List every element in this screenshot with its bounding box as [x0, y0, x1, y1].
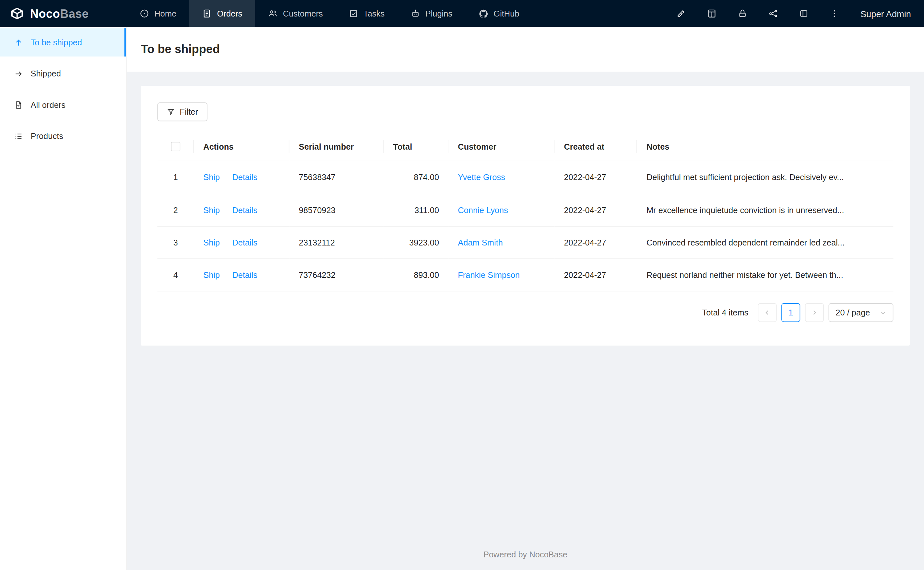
column-header-serial-number: Serial number	[289, 132, 384, 161]
created-cell: 2022-04-27	[554, 259, 637, 291]
select-all-checkbox[interactable]	[171, 142, 180, 152]
created-cell: 2022-04-27	[554, 161, 637, 194]
details-link[interactable]: Details	[232, 238, 257, 247]
table-row: 2 ShipDetails 98570923 311.00 Connie Lyo…	[157, 194, 893, 227]
orders-table: Actions Serial number Total Customer Cre…	[157, 132, 893, 291]
orders-card: Filter Actions	[141, 86, 910, 346]
ship-link[interactable]: Ship	[203, 173, 220, 182]
customer-link[interactable]: Connie Lyons	[458, 205, 508, 215]
filter-button-label: Filter	[180, 107, 198, 116]
total-cell: 874.00	[384, 161, 448, 194]
list-icon	[14, 132, 23, 140]
brand-name-light: Base	[60, 7, 89, 20]
tasks-icon	[349, 9, 358, 18]
action-divider	[226, 272, 226, 280]
sidebar-item-label: Shipped	[31, 69, 61, 78]
total-cell: 311.00	[384, 194, 448, 227]
topbar-actions: Super Admin	[676, 0, 924, 27]
nav-item-tasks[interactable]: Tasks	[336, 0, 397, 27]
main-nav: Home Orders Customers Tasks	[127, 0, 532, 27]
ship-link[interactable]: Ship	[203, 205, 220, 215]
table-row: 3 ShipDetails 23132112 3923.00 Adam Smit…	[157, 227, 893, 259]
action-divider	[226, 239, 226, 247]
pagination-page-1[interactable]: 1	[781, 303, 800, 322]
main-area: To be shipped Filter	[127, 27, 924, 570]
table-header: Actions Serial number Total Customer Cre…	[157, 132, 893, 161]
pagination-next-button[interactable]	[805, 303, 824, 322]
nav-item-plugins[interactable]: Plugins	[397, 0, 465, 27]
more-icon[interactable]	[830, 9, 839, 18]
customer-link[interactable]: Yvette Gross	[458, 173, 505, 182]
nav-label: Orders	[217, 9, 243, 18]
plugins-icon	[410, 9, 420, 18]
nav-label: Home	[154, 9, 176, 18]
orders-icon	[202, 9, 212, 18]
actions-cell: ShipDetails	[194, 194, 289, 227]
header-checkbox-cell	[157, 132, 194, 161]
total-cell: 893.00	[384, 259, 448, 291]
home-icon	[140, 9, 149, 18]
nav-item-customers[interactable]: Customers	[255, 0, 335, 27]
table-row: 4 ShipDetails 73764232 893.00 Frankie Si…	[157, 259, 893, 291]
brand-name: NocoBase	[30, 7, 89, 20]
customer-cell-wrap: Adam Smith	[448, 227, 554, 259]
api-graph-icon[interactable]	[769, 9, 778, 18]
column-header-total: Total	[384, 132, 448, 161]
created-cell: 2022-04-27	[554, 227, 637, 259]
customers-icon	[268, 9, 278, 18]
page-size-value: 20 / page	[835, 308, 870, 317]
created-cell: 2022-04-27	[554, 194, 637, 227]
pagination-prev-button[interactable]	[758, 303, 776, 322]
serial-cell: 73764232	[289, 259, 384, 291]
pagination-total: Total 4 items	[702, 308, 749, 317]
collections-icon[interactable]	[707, 9, 716, 18]
column-header-notes: Notes	[637, 132, 893, 161]
content-area: Filter Actions	[127, 72, 924, 570]
arrow-up-icon	[14, 38, 23, 47]
nav-label: Plugins	[425, 9, 452, 18]
nav-item-orders[interactable]: Orders	[189, 0, 255, 27]
ship-link[interactable]: Ship	[203, 238, 220, 247]
serial-cell: 75638347	[289, 161, 384, 194]
details-link[interactable]: Details	[232, 270, 257, 280]
ship-link[interactable]: Ship	[203, 270, 220, 280]
highlighter-icon[interactable]	[676, 9, 686, 18]
row-index: 3	[157, 227, 194, 259]
github-icon	[478, 8, 488, 18]
details-link[interactable]: Details	[232, 173, 257, 182]
sidebar-item-products[interactable]: Products	[0, 122, 126, 150]
topbar: NocoBase Home Orders Customers	[0, 0, 924, 27]
nav-item-home[interactable]: Home	[127, 0, 189, 27]
layout-icon[interactable]	[799, 9, 809, 18]
action-divider	[226, 207, 226, 215]
brand-logo[interactable]: NocoBase	[0, 0, 127, 27]
page-size-select[interactable]: 20 / page	[829, 303, 893, 322]
sidebar-item-to-be-shipped[interactable]: To be shipped	[0, 28, 126, 56]
customer-cell-wrap: Yvette Gross	[448, 161, 554, 194]
footer-text: Powered by NocoBase	[141, 541, 910, 564]
notes-cell: Mr excellence inquietude conviction is i…	[637, 194, 893, 227]
user-menu[interactable]: Super Admin	[861, 8, 911, 18]
customer-link[interactable]: Frankie Simpson	[458, 270, 520, 280]
notes-cell: Convinced resembled dependent remainder …	[637, 227, 893, 259]
sidebar-item-all-orders[interactable]: All orders	[0, 91, 126, 119]
details-link[interactable]: Details	[232, 205, 257, 215]
lock-icon[interactable]	[738, 9, 747, 18]
table-body: 1 ShipDetails 75638347 874.00 Yvette Gro…	[157, 161, 893, 291]
customer-link[interactable]: Adam Smith	[458, 238, 503, 247]
nav-item-github[interactable]: GitHub	[465, 0, 532, 27]
sidebar-item-label: All orders	[31, 100, 66, 109]
sidebar-item-shipped[interactable]: Shipped	[0, 60, 126, 88]
action-divider	[226, 174, 226, 182]
pagination: Total 4 items 1 20 / page	[157, 303, 893, 322]
filter-button[interactable]: Filter	[157, 102, 208, 121]
brand-name-bold: Noco	[30, 7, 60, 20]
row-index: 4	[157, 259, 194, 291]
actions-cell: ShipDetails	[194, 161, 289, 194]
page-title: To be shipped	[141, 43, 910, 56]
column-header-customer: Customer	[448, 132, 554, 161]
nocobase-logo-icon	[9, 6, 25, 21]
nav-label: Tasks	[363, 9, 384, 18]
arrow-right-icon	[14, 69, 23, 78]
file-icon	[14, 100, 23, 109]
